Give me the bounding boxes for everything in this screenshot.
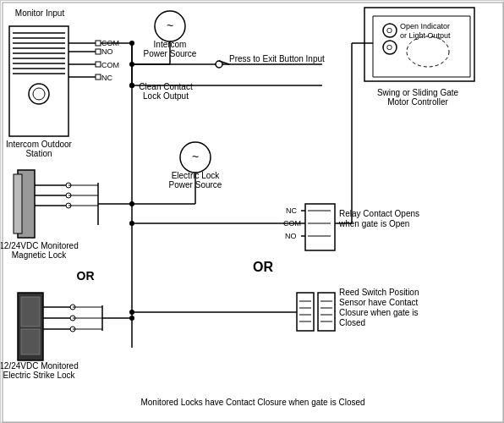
svg-point-12: [33, 88, 45, 100]
monitor-input-label: Monitor Input: [15, 8, 65, 18]
wiring-diagram: Monitor Input COM NO COM NC Intercom Out…: [0, 0, 504, 423]
reed-switch-label: Reed Switch Position: [339, 288, 419, 297]
nc-relay-label: NC: [286, 206, 297, 215]
svg-rect-84: [21, 297, 40, 327]
press-to-exit-label: Press to Exit Button Input: [229, 54, 325, 63]
svg-text:O: O: [386, 43, 392, 52]
intercom-outdoor-station-label: Intercom Outdoor: [6, 140, 72, 149]
svg-rect-20: [96, 74, 101, 80]
reed-switch-label2: Sensor have Contact: [339, 298, 419, 307]
mag-lock-label: 12/24VDC Monitored: [1, 241, 79, 250]
svg-rect-18: [96, 62, 101, 67]
svg-text:or Light Output: or Light Output: [400, 31, 451, 40]
svg-point-40: [407, 36, 449, 67]
svg-rect-58: [297, 293, 314, 331]
or-label-upper: OR: [253, 260, 273, 274]
footer-label: Monitored Locks have Contact Closure whe…: [140, 398, 364, 407]
com2-label: COM: [101, 61, 119, 69]
svg-rect-59: [318, 293, 335, 331]
clean-contact-label: Clean Contact: [139, 82, 193, 91]
electric-strike-label: 12/24VDC Monitored: [1, 361, 79, 371]
reed-switch-label3: Closure when gate is: [339, 308, 418, 317]
svg-rect-85: [21, 329, 40, 354]
svg-text:~: ~: [192, 150, 199, 163]
swing-gate-label2: Motor Controller: [387, 97, 448, 107]
svg-text:O: O: [386, 26, 392, 35]
svg-text:~: ~: [167, 19, 173, 32]
no-relay-label: NO: [285, 232, 297, 240]
swing-gate-label: Swing or Sliding Gate: [377, 88, 459, 97]
no-label: NO: [101, 47, 113, 56]
svg-point-55: [129, 221, 134, 226]
or-label-lower: OR: [77, 269, 95, 283]
reed-switch-label4: Closed: [339, 318, 365, 327]
electric-strike-label2: Electric Strike Lock: [3, 371, 75, 380]
clean-contact-label2: Lock Output: [143, 91, 189, 101]
svg-rect-15: [96, 41, 101, 46]
svg-point-97: [129, 316, 134, 321]
svg-text:Open Indicator: Open Indicator: [400, 22, 450, 30]
svg-rect-16: [96, 49, 101, 54]
intercom-outdoor-station-label2: Station: [25, 149, 52, 158]
svg-point-69: [129, 310, 134, 315]
nc-label: NC: [101, 74, 112, 82]
svg-rect-71: [14, 174, 22, 233]
mag-lock-label2: Magnetic Lock: [12, 250, 67, 260]
